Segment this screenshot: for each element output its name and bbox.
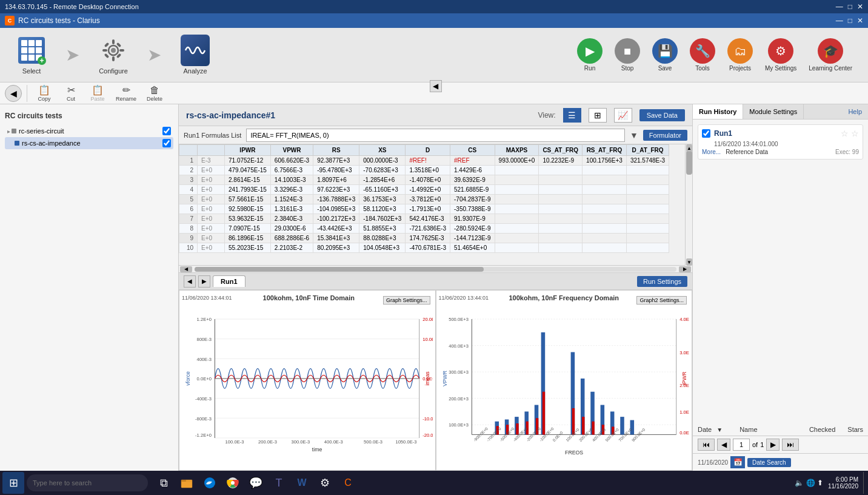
col-header-vpwr[interactable]: VPWR bbox=[270, 145, 313, 156]
view-chart-btn[interactable]: 📈 bbox=[614, 108, 632, 123]
run-settings-button[interactable]: Run Settings bbox=[637, 276, 687, 287]
date-search-btn[interactable]: Date Search bbox=[747, 458, 791, 467]
taskbar-skype[interactable]: 💬 bbox=[245, 472, 267, 494]
tools-button[interactable]: 🔧 Tools bbox=[686, 36, 719, 74]
save-data-button[interactable]: Save Data bbox=[639, 109, 685, 121]
col-header-maxps[interactable]: MAXPS bbox=[495, 145, 539, 156]
table-row: 3E+02.8614E-1514.1003E-31.8097E+6-1.2854… bbox=[179, 175, 669, 185]
formula-input[interactable] bbox=[246, 129, 625, 142]
run1-checkbox[interactable] bbox=[702, 129, 710, 138]
title-bar-controls[interactable]: — □ ✕ bbox=[836, 2, 863, 11]
col-date: Date bbox=[698, 426, 712, 433]
learning-center-button[interactable]: 🎓 Learning Center bbox=[805, 36, 856, 74]
tab-nav-prev[interactable]: ◀ bbox=[184, 275, 196, 288]
panel-expand-btn[interactable]: ◀ bbox=[430, 80, 442, 92]
col-header-xs[interactable]: XS bbox=[359, 145, 406, 156]
last-page-btn[interactable]: ⏭ bbox=[782, 439, 799, 451]
col-header-cs-at-frq[interactable]: CS_AT_FRQ bbox=[539, 145, 583, 156]
app-restore-btn[interactable]: □ bbox=[848, 16, 852, 25]
nav-back-button[interactable]: ◀ bbox=[5, 85, 22, 102]
rename-button[interactable]: ✏ Rename bbox=[112, 83, 140, 103]
tab-module-settings[interactable]: Module Settings bbox=[743, 104, 804, 119]
taskbar-custom[interactable]: C bbox=[337, 472, 359, 494]
taskbar-task-view[interactable]: ⧉ bbox=[153, 472, 175, 494]
cut-button[interactable]: ✂ Cut bbox=[59, 83, 83, 103]
tab-run1-label: Run1 bbox=[221, 278, 238, 285]
view-grid-btn[interactable]: ⊞ bbox=[589, 108, 607, 123]
page-of: of bbox=[752, 441, 758, 448]
next-page-btn[interactable]: ▶ bbox=[766, 439, 780, 451]
sort-icon[interactable]: ▼ bbox=[716, 426, 723, 433]
svg-text:3.0E-6: 3.0E-6 bbox=[679, 350, 689, 355]
data-table-container[interactable]: IPWR VPWR RS XS D CS MAXPS CS_AT_FRQ RS_… bbox=[179, 144, 692, 266]
rc-series-checkbox[interactable] bbox=[162, 127, 171, 135]
stop-button[interactable]: ■ Stop bbox=[611, 36, 644, 74]
scroll-left-btn[interactable]: ◀ bbox=[180, 266, 192, 272]
show-desktop-btn[interactable] bbox=[863, 472, 866, 494]
save-button[interactable]: 💾 Save bbox=[649, 36, 681, 74]
taskbar-search[interactable] bbox=[27, 474, 148, 491]
first-page-btn[interactable]: ⏮ bbox=[698, 439, 715, 451]
prev-page-btn[interactable]: ◀ bbox=[717, 439, 730, 451]
analyze-icon-wrapper bbox=[181, 36, 210, 65]
minimize-btn[interactable]: — bbox=[836, 2, 843, 11]
table-row: 7E+053.9632E-152.3840E-3-100.2172E+3-184… bbox=[179, 214, 669, 224]
chart2-settings-button[interactable]: Graph2 Settings... bbox=[636, 296, 687, 305]
col-header-cs[interactable]: CS bbox=[450, 145, 495, 156]
taskbar-right: 🔈 🌐 ⬆ 6:00 PM 11/16/2020 bbox=[795, 472, 866, 494]
taskbar-teams[interactable]: T bbox=[268, 472, 290, 494]
run-button[interactable]: ▶ Run bbox=[573, 36, 606, 74]
configure-toolbar-item[interactable]: Configure bbox=[94, 33, 133, 77]
page-input[interactable] bbox=[733, 439, 750, 451]
sidebar-item-rc-series[interactable]: ▸ rc-series-circuit bbox=[5, 125, 173, 137]
start-button[interactable]: ⊞ bbox=[2, 472, 24, 494]
right-toolbar: ▶ Run ■ Stop 💾 Save 🔧 Tools 🗂 Projects ⚙… bbox=[573, 36, 856, 74]
run1-more-link[interactable]: More... bbox=[702, 149, 721, 155]
formula-dropdown[interactable]: ▼ bbox=[630, 130, 638, 140]
formulator-button[interactable]: Formulator bbox=[643, 130, 687, 141]
date-picker-btn[interactable]: 📅 bbox=[730, 456, 745, 468]
view-table-btn[interactable]: ☰ bbox=[563, 108, 581, 123]
projects-button[interactable]: 🗂 Projects bbox=[724, 36, 756, 74]
copy-label: Copy bbox=[38, 96, 50, 102]
scroll-right-btn[interactable]: ▶ bbox=[679, 266, 691, 272]
copy-button[interactable]: 📋 Copy bbox=[32, 83, 56, 103]
taskbar-edge[interactable] bbox=[199, 472, 221, 494]
delete-button[interactable]: 🗑 Delete bbox=[142, 84, 167, 103]
projects-icon: 🗂 bbox=[727, 38, 753, 64]
svg-rect-77 bbox=[592, 422, 594, 435]
taskbar-gear[interactable]: ⚙ bbox=[314, 472, 336, 494]
restore-btn[interactable]: □ bbox=[848, 2, 852, 11]
my-settings-button[interactable]: ⚙ My Settings bbox=[761, 36, 800, 74]
taskbar-clock: 6:00 PM 11/16/2020 bbox=[828, 476, 858, 490]
svg-text:-10.0E-6: -10.0E-6 bbox=[422, 416, 432, 422]
taskbar: ⊞ ⧉ 💬 T W ⚙ C 🔈 🌐 ⬆ 6:00 PM bbox=[0, 471, 868, 495]
analyze-toolbar-item[interactable]: Analyze bbox=[176, 33, 215, 77]
col-header-d-at-frq[interactable]: D_AT_FRQ bbox=[626, 145, 669, 156]
paste-button[interactable]: 📋 Paste bbox=[85, 83, 110, 103]
app-close-btn[interactable]: ✕ bbox=[857, 16, 863, 25]
rs-cs-checkbox[interactable] bbox=[162, 139, 171, 147]
select-toolbar-item[interactable]: + Select bbox=[12, 33, 51, 77]
taskbar-file-explorer[interactable] bbox=[176, 472, 198, 494]
scroll-down-btn[interactable]: ▼ bbox=[686, 258, 692, 266]
chart1-settings-button[interactable]: Graph Settings... bbox=[383, 296, 430, 305]
taskbar-word[interactable]: W bbox=[291, 472, 313, 494]
scroll-up-btn[interactable]: ▲ bbox=[686, 144, 692, 152]
sidebar-item-rs-cs[interactable]: rs-cs-ac-impedance bbox=[5, 137, 173, 149]
col-header-d[interactable]: D bbox=[406, 145, 450, 156]
table-row: 10E+055.2023E-152.2103E-280.2095E+3104.0… bbox=[179, 243, 669, 253]
taskbar-chrome[interactable] bbox=[222, 472, 244, 494]
col-header-rs-at-frq[interactable]: RS_AT_FRQ bbox=[583, 145, 627, 156]
tab-run1[interactable]: Run1 bbox=[213, 275, 245, 287]
col-header-rs[interactable]: RS bbox=[313, 145, 359, 156]
tab-nav-next[interactable]: ▶ bbox=[198, 275, 210, 288]
col-header-ipwr[interactable]: IPWR bbox=[225, 145, 271, 156]
run1-time: 11/6/2020 13:44:01.000 bbox=[714, 141, 859, 147]
table-hscrollbar[interactable]: ◀ ▶ bbox=[179, 266, 692, 273]
tab-help[interactable]: Help bbox=[842, 104, 868, 119]
tab-run-history[interactable]: Run History bbox=[693, 104, 743, 119]
table-vscrollbar[interactable]: ▲ ▼ bbox=[685, 144, 692, 266]
app-minimize-btn[interactable]: — bbox=[836, 16, 843, 25]
close-btn[interactable]: ✕ bbox=[857, 2, 863, 11]
